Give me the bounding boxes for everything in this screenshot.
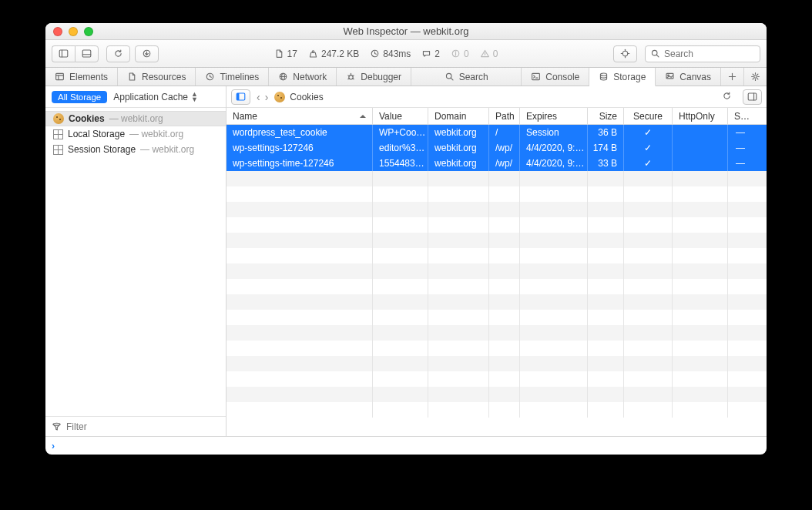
grid-icon [53,145,63,155]
sidebar-filter[interactable] [45,416,226,436]
table-row[interactable]: wp-settings-time-1272461554483…webkit.or… [226,156,767,171]
console-prompt[interactable]: › [45,436,767,455]
settings-button[interactable] [744,68,767,86]
tab-network[interactable]: Network [269,68,337,86]
sidebar-filter-input[interactable] [66,421,220,432]
cell-httponly [673,125,728,140]
tab-search[interactable]: Search [411,68,522,86]
dock-left-button[interactable] [52,45,75,62]
table-row-empty [226,279,767,294]
plus-icon [727,72,737,82]
new-tab-button[interactable] [721,68,744,86]
svg-rect-34 [532,73,540,79]
dock-bottom-button[interactable] [75,45,99,62]
global-search-input[interactable] [664,49,755,59]
stat-time-value: 843ms [383,49,411,59]
download-button[interactable] [135,45,159,62]
col-path[interactable]: Path [489,108,520,124]
col-domain[interactable]: Domain [428,108,489,124]
tab-console[interactable]: Console [522,68,589,86]
close-window-button[interactable] [53,27,62,36]
cell-path: /wp/ [489,156,520,171]
sidebar-item-session-storage[interactable]: Session Storage — webkit.org [45,142,226,157]
table-row-empty [226,402,767,418]
zoom-window-button[interactable] [84,27,93,36]
svg-rect-2 [82,50,91,57]
toggle-left-sidebar-button[interactable] [231,89,250,105]
table-row-empty [226,310,767,325]
inspector-window: Web Inspector — webkit.org 17 [45,23,767,455]
svg-rect-44 [237,93,239,100]
download-icon [142,49,152,59]
tab-label: Network [293,72,327,82]
titlebar: Web Inspector — webkit.org [45,23,767,40]
table-row-empty [226,371,767,387]
col-samesite[interactable]: S… [728,108,753,124]
tab-label: Canvas [679,72,711,82]
elements-icon [55,72,65,82]
cookie-icon [53,113,64,124]
table-body[interactable]: wordpress_test_cookieWP+Coo…webkit.org/S… [226,125,767,436]
global-search[interactable] [645,45,760,62]
sidebar-item-label: Local Storage [68,129,125,139]
table-row-empty [226,217,767,233]
sidebar-scopebar: All Storage Application Cache ▲▼ [45,86,226,108]
nav-back-button[interactable]: ‹ [257,92,260,102]
tab-resources[interactable]: Resources [118,68,196,86]
table-row[interactable]: wp-settings-127246editor%3…webkit.org/wp… [226,140,767,156]
content-toolbar: ‹ › Cookies [226,86,767,108]
tab-canvas[interactable]: Canvas [656,68,721,86]
main: ‹ › Cookies Name Value [226,86,767,436]
breadcrumb[interactable]: Cookies [274,92,323,102]
nav-forward-button[interactable]: › [265,92,269,102]
reload-icon [722,91,732,101]
tab-label: Console [545,72,579,82]
col-secure[interactable]: Secure [624,108,673,124]
stat-logs[interactable]: 2 [420,49,441,59]
stat-info-value: 0 [464,49,469,59]
minimize-window-button[interactable] [69,27,78,36]
sidebar-item-cookies[interactable]: Cookies — webkit.org [45,111,226,126]
stat-logs-value: 2 [435,49,440,59]
cell-domain: webkit.org [428,140,489,156]
cell-secure: ✓ [624,125,673,140]
refresh-button[interactable] [722,91,732,103]
chat-icon [421,49,431,59]
stat-warn[interactable]: 0 [478,49,500,59]
cell-name: wp-settings-127246 [226,140,373,156]
canvas-icon [665,72,675,82]
tab-storage[interactable]: Storage [589,68,656,86]
element-picker-button[interactable] [613,45,637,62]
gear-icon [750,72,760,82]
cell-domain: webkit.org [428,125,489,140]
sidebar-item-local-storage[interactable]: Local Storage — webkit.org [45,126,226,142]
stat-info[interactable]: 0 [449,49,471,59]
col-size[interactable]: Size [588,108,624,124]
cell-size: 174 B [588,140,624,156]
dock-side-segmented [52,45,99,62]
cell-httponly [673,140,728,156]
scope-filter-select[interactable]: Application Cache ▲▼ [113,92,198,102]
filter-icon [52,421,62,431]
cell-s: — [728,125,753,140]
col-httponly[interactable]: HttpOnly [673,108,728,124]
tab-debugger[interactable]: Debugger [337,68,411,86]
col-name[interactable]: Name [226,108,373,124]
toggle-right-sidebar-button[interactable] [743,89,762,105]
cell-path: / [489,125,520,140]
tab-label: Timelines [220,72,259,82]
col-value[interactable]: Value [373,108,428,124]
reload-button[interactable] [106,45,130,62]
left-panel-icon [236,92,246,102]
cell-secure: ✓ [624,156,673,171]
col-expires[interactable]: Expires [520,108,588,124]
tab-elements[interactable]: Elements [45,68,118,86]
table-row[interactable]: wordpress_test_cookieWP+Coo…webkit.org/S… [226,125,767,140]
cell-secure: ✓ [624,140,673,156]
info-icon [451,49,461,59]
tab-timelines[interactable]: Timelines [196,68,269,86]
cell-size: 33 B [588,156,624,171]
warning-icon [480,49,490,59]
scope-all-storage[interactable]: All Storage [52,91,107,103]
stat-transfer-value: 247.2 KB [321,49,359,59]
